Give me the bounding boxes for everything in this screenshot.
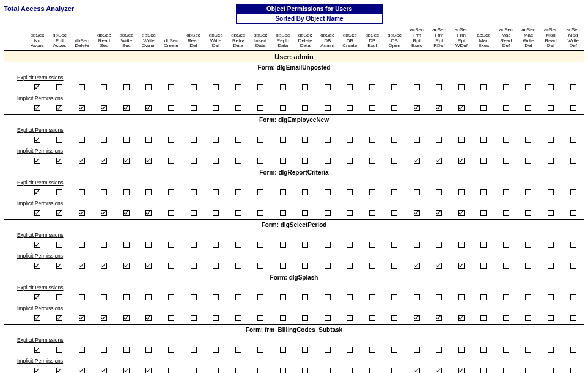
permission-checkbox	[34, 263, 40, 269]
permission-checkbox	[347, 105, 353, 111]
permission-checkbox	[347, 347, 353, 353]
permission-checkbox	[213, 210, 219, 216]
permission-checkbox	[369, 210, 375, 216]
permission-checkbox	[436, 263, 442, 269]
column-header: acSec Frm Rpt Exec	[406, 26, 428, 51]
permission-checkbox	[525, 158, 531, 164]
column-header-row: dbSec No AccesdbSec Full AccesdbSec Dele…	[4, 26, 584, 51]
permission-checkbox	[34, 294, 40, 300]
permission-checkbox	[123, 84, 130, 90]
permission-checkbox	[168, 263, 174, 269]
permission-checkbox	[391, 84, 397, 90]
user-prefix: User:	[274, 53, 292, 60]
form-prefix: Form:	[262, 222, 279, 228]
explicit-row	[4, 345, 584, 356]
permission-checkbox	[145, 137, 152, 143]
permission-checkbox	[347, 137, 353, 143]
form-name: frm_BillingCodes_Subtask	[265, 327, 342, 333]
permission-checkbox	[56, 347, 62, 353]
permission-checkbox	[325, 294, 331, 300]
form-prefix: Form:	[258, 64, 275, 71]
column-header: dbSec Delete	[71, 26, 94, 51]
permission-checkbox	[414, 210, 420, 216]
permission-checkbox	[480, 105, 487, 111]
permission-checkbox	[436, 137, 442, 143]
user-name: admin	[293, 53, 313, 60]
permission-checkbox	[101, 105, 107, 111]
permission-checkbox	[280, 137, 286, 143]
permission-checkbox	[347, 315, 353, 321]
permission-checkbox	[56, 294, 62, 300]
permission-type-label: Implicit Permissions	[17, 305, 63, 311]
permission-checkbox	[369, 263, 375, 269]
permission-checkbox	[280, 158, 286, 164]
permission-checkbox	[570, 189, 576, 195]
permission-checkbox	[458, 84, 465, 90]
permission-checkbox	[570, 158, 576, 164]
permission-checkbox	[257, 294, 263, 300]
form-name: dlgEmailUnposted	[277, 64, 331, 71]
form-title-row: Form: dlgEmailUnposted	[4, 62, 584, 73]
permission-checkbox	[235, 315, 241, 321]
permission-checkbox	[34, 347, 40, 353]
permission-checkbox	[570, 294, 576, 300]
permission-checkbox	[213, 105, 219, 111]
permission-checkbox	[436, 347, 442, 353]
permission-checkbox	[458, 137, 465, 143]
permission-checkbox	[168, 368, 174, 373]
permission-checkbox	[145, 315, 152, 321]
permission-checkbox	[436, 294, 442, 300]
column-header: acSec Frm Rpt WDef	[450, 26, 473, 51]
permission-checkbox	[280, 84, 286, 90]
permission-checkbox	[480, 210, 487, 216]
permission-type-label: Implicit Permissions	[17, 253, 63, 259]
permission-checkbox	[79, 242, 85, 248]
permission-checkbox	[280, 105, 286, 111]
implicit-row	[4, 103, 584, 115]
permission-checkbox	[391, 158, 397, 164]
permission-checkbox	[101, 315, 107, 321]
column-header: dbSec Write Def	[205, 26, 227, 51]
form-prefix: Form:	[259, 117, 276, 123]
permission-checkbox	[257, 347, 263, 353]
permission-checkbox	[191, 294, 197, 300]
permission-checkbox	[145, 84, 152, 90]
permission-checkbox	[101, 263, 107, 269]
permission-checkbox	[191, 84, 197, 90]
permission-checkbox	[503, 294, 509, 300]
permission-checkbox	[325, 84, 331, 90]
permission-checkbox	[347, 368, 353, 373]
explicit-row	[4, 240, 584, 251]
permission-checkbox	[191, 137, 197, 143]
permission-checkbox	[548, 137, 554, 143]
permission-checkbox	[369, 315, 375, 321]
permission-checkbox	[414, 294, 420, 300]
permission-checkbox	[101, 368, 107, 373]
permission-checkbox	[235, 242, 241, 248]
permission-checkbox	[280, 242, 286, 248]
column-header: dbSec Read Def	[182, 26, 205, 51]
permission-checkbox	[123, 263, 130, 269]
permission-checkbox	[458, 368, 465, 373]
permission-checkbox	[548, 210, 554, 216]
permission-checkbox	[391, 294, 397, 300]
permission-checkbox	[79, 368, 85, 373]
permission-checkbox	[548, 294, 554, 300]
permission-checkbox	[503, 210, 509, 216]
implicit-row	[4, 208, 584, 220]
permission-checkbox	[548, 263, 554, 269]
permission-checkbox	[325, 189, 331, 195]
permission-checkbox	[34, 315, 40, 321]
permissions-table: dbSec No AccesdbSec Full AccesdbSec Dele…	[4, 26, 584, 373]
permission-checkbox	[458, 347, 465, 353]
permission-checkbox	[235, 189, 241, 195]
permission-checkbox	[548, 242, 554, 248]
permission-checkbox	[458, 242, 465, 248]
permission-checkbox	[302, 368, 308, 373]
permission-type-label: Implicit Permissions	[17, 95, 63, 101]
permission-checkbox	[191, 105, 197, 111]
permission-checkbox	[458, 294, 465, 300]
column-header: dbSec Replc Data	[271, 26, 294, 51]
permission-checkbox	[79, 210, 85, 216]
permission-checkbox	[145, 347, 152, 353]
